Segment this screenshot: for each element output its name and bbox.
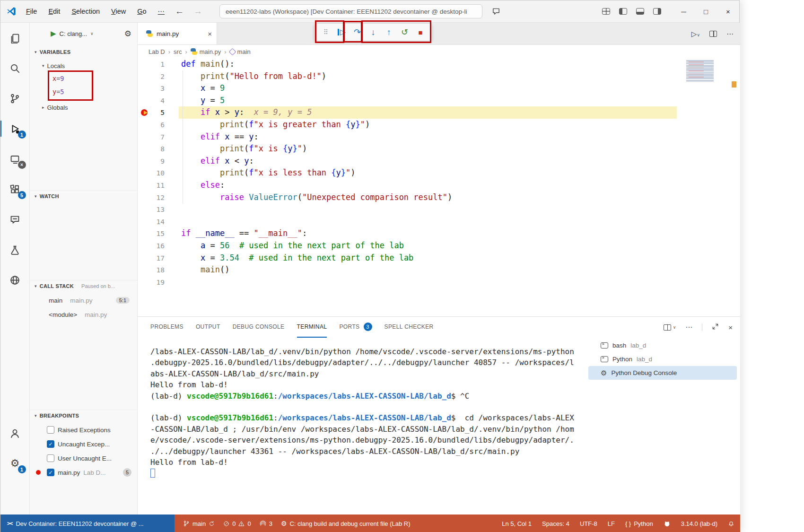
- editor-gutter[interactable]: 16: [138, 240, 165, 252]
- run-and-debug-icon[interactable]: 1: [0, 116, 30, 141]
- menu-item[interactable]: ⋯: [152, 5, 171, 17]
- call-stack-section-header[interactable]: ▾ CALL STACK Paused on b...: [30, 280, 137, 291]
- split-editor-icon[interactable]: [709, 31, 717, 37]
- panel-tab-terminal[interactable]: TERMINAL: [297, 317, 327, 338]
- github-globe-icon[interactable]: [0, 268, 30, 292]
- stop-button[interactable]: ■: [414, 29, 427, 36]
- breadcrumb-item[interactable]: src: [174, 48, 182, 55]
- problems-indicator[interactable]: 0 0: [223, 520, 251, 527]
- close-panel-icon[interactable]: ×: [728, 323, 733, 331]
- maximize-panel-icon[interactable]: [712, 323, 719, 331]
- panel-tab-problems[interactable]: PROBLEMS: [150, 317, 184, 338]
- start-debugging-button[interactable]: ▶: [51, 29, 56, 38]
- close-tab-icon[interactable]: ×: [208, 30, 212, 38]
- panel-tab-spell-checker[interactable]: SPELL CHECKER: [385, 317, 434, 338]
- breakpoint-checkbox[interactable]: [47, 454, 54, 462]
- minimap[interactable]: [686, 60, 714, 82]
- code-editor[interactable]: 1def main():2 print("Hello from lab-d!")…: [138, 58, 740, 316]
- panel-tab-ports[interactable]: PORTS3: [339, 317, 372, 338]
- terminal-list-item[interactable]: bashlab_d: [588, 339, 737, 352]
- menu-item[interactable]: View: [105, 5, 131, 17]
- editor-gutter[interactable]: ▶5: [138, 106, 165, 119]
- editor-gutter[interactable]: 4: [138, 95, 165, 107]
- menu-item[interactable]: File: [20, 5, 43, 17]
- settings-gear-icon[interactable]: ⚙ 1: [0, 451, 30, 476]
- editor-gutter[interactable]: 2: [138, 70, 165, 83]
- configure-gear-icon[interactable]: ⚙: [124, 29, 131, 39]
- remote-explorer-icon[interactable]: ×: [0, 147, 30, 171]
- call-stack-frame[interactable]: mainmain.py5:1: [30, 293, 137, 307]
- locals-group[interactable]: ▾ Locals: [30, 60, 137, 72]
- editor-gutter[interactable]: 15: [138, 227, 165, 240]
- breakpoints-section-header[interactable]: ▾ BREAKPOINTS: [30, 410, 137, 421]
- cursor-position[interactable]: Ln 5, Col 1: [502, 520, 532, 527]
- call-stack-frame[interactable]: <module>main.py: [30, 307, 137, 322]
- editor-gutter[interactable]: 8: [138, 143, 165, 155]
- source-control-icon[interactable]: [0, 86, 30, 111]
- terminal-list-item[interactable]: ⚙Python Debug Console: [588, 366, 737, 380]
- toggle-secondary-sidebar-icon[interactable]: [653, 8, 661, 15]
- maximize-button[interactable]: □: [695, 0, 717, 22]
- terminal-output[interactable]: /labs-ALEX-CASSON-LAB/lab_d/.venv/bin/py…: [138, 338, 584, 515]
- ports-indicator[interactable]: 3: [260, 520, 272, 527]
- minimize-button[interactable]: ─: [673, 0, 695, 22]
- eol-selector[interactable]: LF: [608, 520, 615, 527]
- editor-gutter[interactable]: 13: [138, 203, 165, 216]
- breakpoint-row[interactable]: ✓Uncaught Excep...: [30, 437, 137, 451]
- breakpoint-row[interactable]: User Uncaught E...: [30, 451, 137, 465]
- breadcrumb-item[interactable]: main: [230, 48, 251, 55]
- editor-gutter[interactable]: 14: [138, 216, 165, 228]
- terminal-list-item[interactable]: Pythonlab_d: [588, 352, 737, 366]
- breakpoint-checkbox[interactable]: ✓: [47, 469, 54, 476]
- breakpoint-row[interactable]: ✓main.pyLab D...5: [30, 465, 137, 480]
- menu-item[interactable]: Selection: [66, 5, 105, 17]
- tab-main-py[interactable]: main.py ×: [138, 23, 217, 44]
- terminal-views-icon[interactable]: ∨: [664, 324, 676, 331]
- continue-button[interactable]: ▷: [335, 28, 348, 36]
- back-button[interactable]: ←: [175, 6, 184, 17]
- step-out-button[interactable]: ↑: [382, 28, 395, 36]
- toggle-sidebar-icon[interactable]: [619, 8, 627, 15]
- variable-row[interactable]: y = 5: [30, 85, 137, 98]
- editor-gutter[interactable]: 7: [138, 131, 165, 143]
- panel-tab-debug-console[interactable]: DEBUG CONSOLE: [233, 317, 285, 338]
- chat-bubble-icon[interactable]: [492, 7, 500, 16]
- github-item[interactable]: [664, 520, 671, 527]
- toggle-panel-icon[interactable]: [636, 8, 644, 15]
- editor-gutter[interactable]: 9: [138, 155, 165, 167]
- editor-gutter[interactable]: 18: [138, 264, 165, 276]
- extensions-icon[interactable]: 5: [0, 177, 30, 201]
- run-python-file-button[interactable]: ▷∨: [691, 30, 700, 38]
- editor-gutter[interactable]: 10: [138, 167, 165, 179]
- editor-gutter[interactable]: 12: [138, 192, 165, 204]
- breakpoint-row[interactable]: Raised Exceptions: [30, 423, 137, 437]
- panel-tab-output[interactable]: OUTPUT: [196, 317, 220, 338]
- breadcrumb-item[interactable]: Lab D: [149, 48, 165, 55]
- chat-icon[interactable]: [0, 207, 30, 232]
- variables-section-header[interactable]: ▾ VARIABLES: [30, 46, 137, 58]
- indentation[interactable]: Spaces: 4: [542, 520, 569, 527]
- python-interpreter[interactable]: 3.14.0 (lab-d): [681, 520, 717, 527]
- search-icon[interactable]: [0, 56, 30, 80]
- editor-gutter[interactable]: 17: [138, 252, 165, 264]
- menu-item[interactable]: Go: [131, 5, 152, 17]
- launch-config-dropdown[interactable]: C: clang...: [60, 30, 87, 37]
- forward-button[interactable]: →: [193, 6, 202, 17]
- drag-handle-icon[interactable]: ⠿: [319, 29, 332, 35]
- step-into-button[interactable]: ↓: [367, 28, 380, 36]
- branch-indicator[interactable]: main: [183, 520, 215, 527]
- globals-group[interactable]: ▸ Globals: [30, 101, 137, 113]
- watch-section-header[interactable]: ▾ WATCH: [30, 190, 137, 201]
- breakpoint-checkbox[interactable]: [47, 426, 54, 434]
- panel-more-actions-icon[interactable]: ⋯: [685, 323, 692, 331]
- more-actions-icon[interactable]: ⋯: [726, 30, 734, 38]
- menu-item[interactable]: Edit: [43, 5, 66, 17]
- notifications-bell-icon[interactable]: [728, 520, 734, 527]
- command-center[interactable]: eeen11202-labs (Workspace) [Dev Containe…: [219, 4, 482, 18]
- remote-indicator[interactable]: >< Dev Container: EEEN11202 devcontainer…: [0, 515, 175, 532]
- editor-gutter[interactable]: 6: [138, 119, 165, 131]
- account-icon[interactable]: [0, 421, 30, 445]
- testing-icon[interactable]: [0, 237, 30, 262]
- close-button[interactable]: ×: [717, 0, 739, 22]
- encoding[interactable]: UTF-8: [580, 520, 597, 527]
